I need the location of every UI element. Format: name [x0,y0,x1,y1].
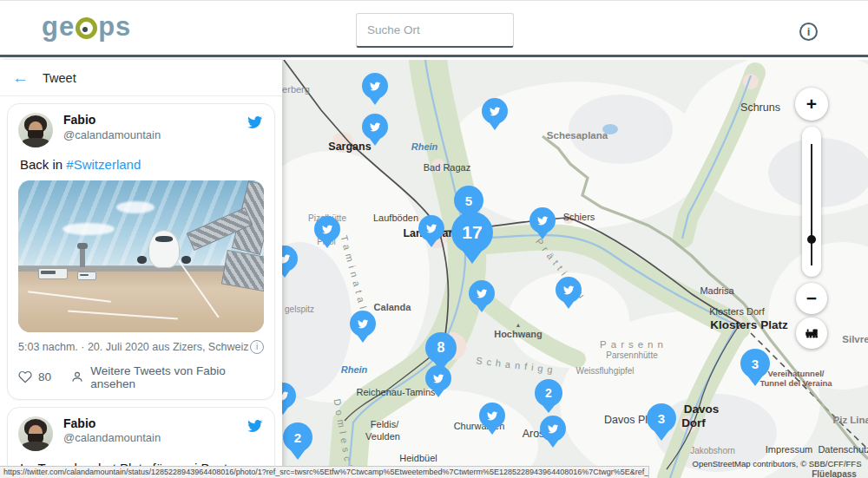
twitter-bird-icon [546,423,560,435]
person-icon [70,370,84,384]
logo-text-ps: ps [98,13,131,40]
tweet-map-pin[interactable] [479,403,505,429]
tweet-map-pin[interactable] [469,280,495,306]
twitter-bird-icon [431,373,445,384]
avatar[interactable] [18,416,53,451]
status-url: https://twitter.com/calandamountain/stat… [3,468,649,476]
airplane [148,230,180,268]
cluster-count: 2 [294,430,301,445]
tweet-map-pin[interactable] [482,98,508,124]
tweet-map-pin[interactable] [418,215,444,241]
tweet-author-name: Fabio [63,416,246,432]
tweet-map-pin[interactable] [350,311,376,337]
tweet-map-pin[interactable] [556,277,582,303]
logo-text-ge: ge [42,13,75,40]
cluster-count: 17 [462,222,482,243]
zoom-slider-track [811,144,812,265]
tweet-map-pin[interactable] [529,207,556,233]
place-search-box[interactable] [356,13,514,48]
tweet-photo-airport[interactable] [18,180,264,332]
avatar[interactable] [18,113,53,147]
train-layer-button[interactable] [796,318,827,349]
twitter-bird-icon [282,390,290,402]
tweet-timestamp: 5:03 nachm. · 20. Juli 2020 aus Zizers, … [18,341,248,353]
twitter-bird-icon [562,285,575,296]
cluster-count: 3 [658,411,665,426]
tweet-map-pin[interactable] [362,73,388,99]
twitter-bird-icon [536,215,549,226]
ground-vehicle [77,272,96,280]
tweet-sidebar: ← Tweet Fabio @calandamountain Back in #… [0,60,282,478]
tweet-cluster-pin-2[interactable]: 2 [535,379,562,407]
app-header: geps i [0,0,868,57]
twitter-bird-icon [488,106,502,117]
tweet-map-pin[interactable] [314,216,340,242]
search-input[interactable] [365,23,523,37]
twitter-bird-icon [368,81,382,92]
twitter-bird-icon [424,223,438,234]
tweet-author-name: Fabio [63,113,246,128]
tweet-text: Back in #Switzerland [20,156,262,174]
tweet-cluster-pin-8[interactable]: 8 [425,332,457,363]
zoom-in-button[interactable]: + [795,88,828,121]
cluster-count: 8 [437,340,445,356]
browser-status-bar: https://twitter.com/calandamountain/stat… [0,466,649,478]
sidebar-title: Tweet [43,71,76,85]
tweet-info-icon[interactable]: i [250,340,264,354]
tweet-cluster-pin-5[interactable]: 5 [454,186,483,215]
twitter-bird-icon [356,318,370,330]
logo-o-icon [76,17,97,39]
map-canvas[interactable]: + − erbergSargansRheinBad RagazSchesapla… [282,60,868,478]
tweet-cluster-pin-3[interactable]: 3 [647,403,676,433]
pushback-truck [38,268,68,279]
twitter-bird-icon[interactable] [246,418,264,434]
cluster-count: 5 [465,193,472,208]
tweet-cluster-pin-2[interactable]: 2 [283,422,312,452]
map-label-datenschutz[interactable]: Datenschutz [818,444,868,455]
cluster-count: 3 [752,357,759,371]
train-icon [804,325,819,341]
map-label-impressum[interactable]: Impressum [766,444,812,455]
like-count[interactable]: 80 [38,370,51,383]
geops-logo[interactable]: geps [42,13,131,40]
info-icon[interactable]: i [799,23,818,41]
twitter-bird-icon [485,410,499,422]
back-arrow-icon[interactable]: ← [12,69,29,86]
jet-bridge-stairs [221,249,264,291]
tweet-author-handle: @calandamountain [63,128,246,142]
zoom-slider-handle[interactable] [807,235,816,244]
twitter-bird-icon [320,224,334,235]
sidebar-header: ← Tweet [0,60,282,96]
tweet-cluster-pin-17[interactable]: 17 [451,212,493,253]
zoom-slider[interactable] [802,127,821,277]
twitter-bird-icon [282,253,292,265]
hashtag-link[interactable]: #Switzerland [66,157,141,172]
twitter-bird-icon [475,288,489,299]
tweet-author-handle: @calandamountain [63,431,246,445]
cluster-count: 2 [545,386,552,400]
twitter-bird-icon[interactable] [246,115,264,130]
like-heart-icon[interactable] [18,370,32,384]
tweet-card[interactable]: Fabio @calandamountain Back in #Switzerl… [7,103,275,400]
tweet-map-pin[interactable] [362,114,388,140]
tweet-map-pin[interactable] [540,416,566,442]
zoom-out-button[interactable]: − [796,283,827,314]
control-tower [80,247,85,267]
tweet-cluster-pin-3[interactable]: 3 [740,349,770,378]
twitter-bird-icon [368,121,382,133]
more-tweets-link[interactable]: Weitere Tweets von Fabio ansehen [70,364,264,390]
